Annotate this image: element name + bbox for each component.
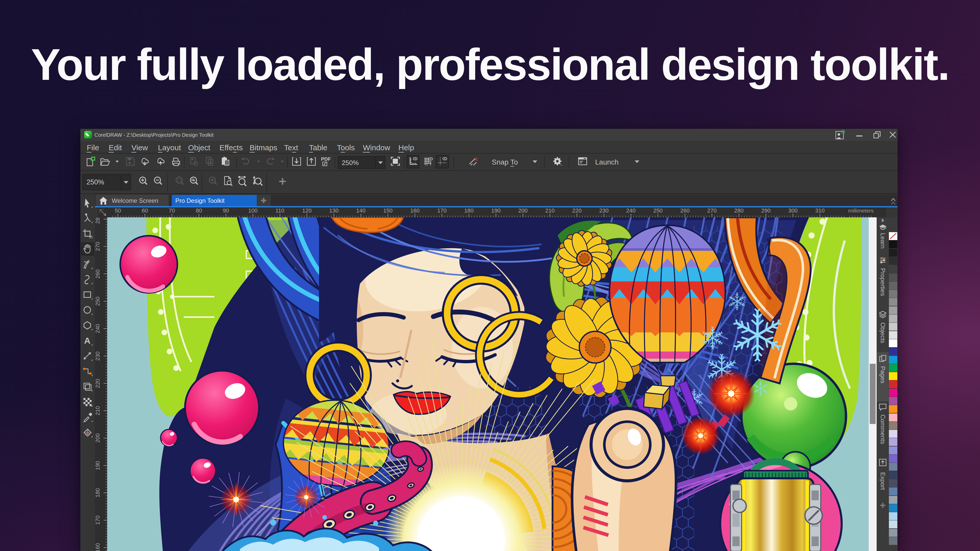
svg-text:210: 210 bbox=[95, 406, 101, 416]
svg-text:180: 180 bbox=[464, 207, 474, 214]
svg-text:220: 220 bbox=[572, 207, 582, 214]
svg-text:240: 240 bbox=[626, 207, 636, 214]
svg-text:80: 80 bbox=[196, 207, 202, 214]
svg-text:280: 280 bbox=[734, 207, 744, 214]
svg-text:310: 310 bbox=[815, 207, 824, 214]
svg-text:200: 200 bbox=[518, 207, 528, 214]
svg-text:PDF: PDF bbox=[321, 156, 331, 162]
svg-text:50: 50 bbox=[115, 207, 121, 214]
svg-text:130: 130 bbox=[329, 207, 339, 214]
svg-text:290: 290 bbox=[761, 207, 771, 214]
svg-text:160: 160 bbox=[410, 207, 420, 214]
svg-text:120: 120 bbox=[302, 207, 312, 214]
svg-text:170: 170 bbox=[95, 516, 101, 525]
svg-text:millimeters: millimeters bbox=[848, 208, 873, 213]
svg-text:90: 90 bbox=[223, 207, 229, 214]
svg-text:70: 70 bbox=[169, 207, 175, 214]
svg-text:200: 200 bbox=[95, 433, 101, 443]
svg-text:230: 230 bbox=[95, 351, 101, 361]
svg-text:250: 250 bbox=[95, 297, 101, 306]
svg-text:100: 100 bbox=[248, 207, 258, 214]
svg-text:150: 150 bbox=[383, 207, 393, 214]
svg-text:110: 110 bbox=[275, 207, 284, 214]
svg-text:260: 260 bbox=[95, 269, 101, 279]
svg-text:210: 210 bbox=[545, 207, 555, 214]
svg-text:180: 180 bbox=[95, 488, 101, 498]
svg-text:250: 250 bbox=[653, 207, 663, 214]
svg-text:270: 270 bbox=[95, 242, 101, 251]
svg-text:300: 300 bbox=[788, 207, 798, 214]
svg-text:190: 190 bbox=[491, 207, 501, 214]
svg-text:60: 60 bbox=[142, 207, 148, 214]
svg-text:140: 140 bbox=[356, 207, 366, 214]
svg-text:230: 230 bbox=[599, 207, 609, 214]
svg-text:240: 240 bbox=[95, 324, 101, 333]
svg-text:170: 170 bbox=[437, 207, 447, 214]
svg-text:160: 160 bbox=[95, 543, 101, 551]
svg-text:220: 220 bbox=[95, 379, 101, 388]
svg-text:A: A bbox=[84, 336, 91, 345]
svg-text:260: 260 bbox=[680, 207, 690, 214]
svg-text:280: 280 bbox=[95, 218, 101, 224]
svg-text:190: 190 bbox=[95, 461, 101, 470]
svg-text:270: 270 bbox=[707, 207, 717, 214]
